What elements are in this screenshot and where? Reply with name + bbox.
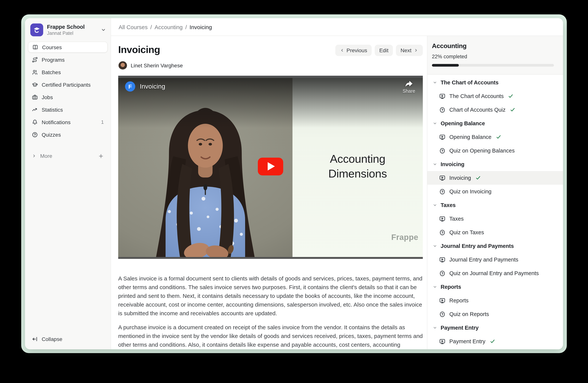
video-title[interactable]: Invoicing: [140, 83, 165, 90]
lesson-title: Payment Entry: [449, 338, 485, 345]
edit-label: Edit: [379, 47, 388, 53]
lesson-paragraph: A purchase invoice is a document created…: [118, 323, 423, 349]
chevron-right-icon: [32, 154, 36, 158]
lesson-body-text: A Sales invoice is a formal document sen…: [118, 274, 423, 349]
outline-lesson-the-chart-of-accounts[interactable]: The Chart of Accounts: [427, 89, 563, 103]
chapter-title: Invoicing: [441, 161, 464, 167]
browser-frame: Frappe School Jannat Patel CoursesProgra…: [21, 14, 567, 353]
sidebar-item-batches[interactable]: Batches: [28, 67, 108, 77]
course-outline-sidebar: Accounting 22% completed The Chart of Ac…: [427, 36, 563, 349]
next-button[interactable]: Next: [396, 45, 423, 56]
sidebar-item-statistics[interactable]: Statistics: [28, 104, 108, 115]
completed-check-icon: [510, 107, 515, 112]
page-title: Invoicing: [118, 44, 160, 56]
outline-lesson-quiz-on-opening-balances[interactable]: Quiz on Opening Balances: [427, 144, 563, 157]
monitor-play-icon: [439, 134, 445, 140]
outline-chapter-reports[interactable]: Reports: [427, 280, 563, 294]
outline-header: Accounting 22% completed: [427, 36, 563, 75]
monitor-play-icon: [439, 297, 445, 304]
outline-chapter-payment-entry[interactable]: Payment Entry: [427, 321, 563, 335]
chapter-title: Payment Entry: [441, 325, 479, 331]
chapter-title: Opening Balance: [441, 120, 485, 126]
sidebar-item-label: Courses: [42, 44, 62, 50]
chevron-down-icon: [433, 80, 437, 85]
lesson-title: Quiz on Journal Entry and Payments: [449, 270, 539, 276]
lesson-title: Invoicing: [449, 175, 471, 181]
breadcrumb: All Courses / Accounting / Invoicing: [119, 24, 212, 30]
chevron-down-icon: [433, 326, 437, 330]
monitor-play-icon: [439, 338, 445, 345]
outline-lesson-reports[interactable]: Reports: [427, 294, 563, 307]
sidebar-item-programs[interactable]: Programs: [28, 54, 108, 65]
previous-button[interactable]: Previous: [335, 45, 372, 56]
chevron-down-icon: [101, 27, 106, 33]
outline-lesson-chart-of-accounts-quiz[interactable]: Chart of Accounts Quiz: [427, 103, 563, 116]
body-row: Invoicing Previous Edit: [111, 36, 563, 349]
lesson-title: Reports: [449, 297, 469, 304]
book-open-icon: [32, 44, 38, 50]
edit-button[interactable]: Edit: [375, 45, 393, 56]
outline-lesson-quiz-on-reports[interactable]: Quiz on Reports: [427, 307, 563, 321]
youtube-video-player[interactable]: Accounting Dimensions F Invoicing: [118, 76, 423, 259]
outline-lesson-invoicing[interactable]: Invoicing: [427, 171, 563, 185]
top-bar: All Courses / Accounting / Invoicing: [111, 18, 563, 36]
outline-lesson-quiz-on-invoicing[interactable]: Quiz on Invoicing: [427, 185, 563, 198]
chevron-down-icon: [433, 203, 437, 207]
sidebar-item-label: Statistics: [42, 107, 63, 113]
channel-avatar[interactable]: F: [125, 81, 135, 92]
next-label: Next: [400, 47, 411, 53]
completed-check-icon: [496, 134, 502, 140]
chevron-right-icon: [414, 48, 418, 53]
author-avatar: [118, 61, 127, 70]
progress-bar: [432, 64, 554, 67]
graduation-cap-icon: [32, 81, 38, 88]
outline-chapter-journal-entry-and-payments[interactable]: Journal Entry and Payments: [427, 239, 563, 253]
video-title-overlay[interactable]: F Invoicing: [125, 81, 165, 92]
share-button[interactable]: Share: [402, 80, 415, 94]
collapse-label: Collapse: [42, 336, 62, 342]
workspace-switcher[interactable]: Frappe School Jannat Patel: [28, 23, 108, 42]
chapter-title: Reports: [441, 284, 461, 290]
outline-lesson-opening-balance[interactable]: Opening Balance: [427, 130, 563, 144]
sidebar-item-jobs[interactable]: Jobs: [28, 92, 108, 103]
lesson-title: Taxes: [449, 216, 464, 222]
slide-title-line1: Accounting: [328, 152, 387, 166]
workspace-title: Frappe School: [47, 24, 97, 30]
outline-chapter-opening-balance[interactable]: Opening Balance: [427, 116, 563, 130]
sidebar-item-label: Quizzes: [42, 132, 61, 137]
lesson-title: Opening Balance: [449, 134, 492, 140]
outline-chapter-taxes[interactable]: Taxes: [427, 198, 563, 212]
outline-lesson-payment-entry[interactable]: Payment Entry: [427, 335, 563, 348]
sidebar-item-notifications[interactable]: Notifications1: [28, 116, 108, 128]
chapter-title: Taxes: [441, 202, 456, 208]
outline-lesson-taxes[interactable]: Taxes: [427, 212, 563, 226]
previous-label: Previous: [346, 47, 367, 53]
chevron-down-icon: [433, 285, 437, 289]
breadcrumb-all-courses[interactable]: All Courses: [119, 24, 147, 30]
play-button[interactable]: [258, 157, 283, 175]
completed-check-icon: [476, 175, 481, 181]
outline-lesson-quiz-on-journal-entry-and-payments[interactable]: Quiz on Journal Entry and Payments: [427, 267, 563, 280]
outline-chapter-the-chart-of-accounts[interactable]: The Chart of Accounts: [427, 76, 563, 89]
screen: Frappe School Jannat Patel CoursesProgra…: [0, 0, 588, 383]
plus-icon[interactable]: [98, 153, 104, 159]
sidebar-item-certified-participants[interactable]: Certified Participants: [28, 79, 108, 90]
outline-lesson-journal-entry-and-payments[interactable]: Journal Entry and Payments: [427, 253, 563, 267]
outline-chapter-invoicing[interactable]: Invoicing: [427, 157, 563, 171]
sidebar-item-label: Batches: [42, 69, 61, 75]
more-label: More: [40, 153, 52, 159]
sidebar-item-quizzes[interactable]: Quizzes: [28, 129, 108, 140]
lesson-main: Invoicing Previous Edit: [111, 36, 427, 349]
slide-title: Accounting Dimensions: [328, 152, 387, 181]
lesson-header: Invoicing Previous Edit: [118, 44, 423, 56]
share-arrow-icon: [404, 80, 414, 88]
workspace-user: Jannat Patel: [47, 31, 97, 36]
chapter-title: Journal Entry and Payments: [441, 243, 514, 249]
outline-lesson-quiz-on-taxes[interactable]: Quiz on Taxes: [427, 226, 563, 239]
collapse-sidebar-button[interactable]: Collapse: [28, 333, 108, 345]
lesson-title: The Chart of Accounts: [449, 93, 504, 99]
sidebar-item-more[interactable]: More: [28, 151, 108, 161]
sidebar-item-courses[interactable]: Courses: [28, 42, 108, 53]
slide-title-line2: Dimensions: [328, 166, 387, 181]
breadcrumb-accounting[interactable]: Accounting: [155, 24, 183, 30]
